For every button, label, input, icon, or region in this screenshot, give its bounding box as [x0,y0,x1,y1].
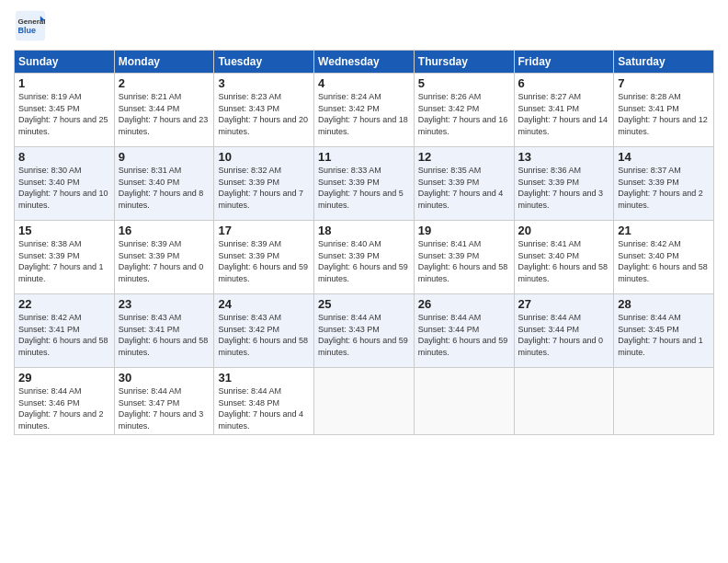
calendar-cell [514,368,614,435]
calendar-cell: 12Sunrise: 8:35 AMSunset: 3:39 PMDayligh… [414,147,514,221]
calendar-cell: 8Sunrise: 8:30 AMSunset: 3:40 PMDaylight… [15,147,115,221]
day-number: 3 [218,76,310,90]
page: General Blue SundayMondayTuesdayWednesda… [0,0,728,563]
day-number: 31 [218,371,310,385]
calendar-cell: 22Sunrise: 8:42 AMSunset: 3:41 PMDayligh… [15,294,115,368]
weekday-header: Tuesday [214,51,314,74]
day-info: Sunrise: 8:42 AMSunset: 3:41 PMDaylight:… [18,312,110,358]
calendar-cell: 19Sunrise: 8:41 AMSunset: 3:39 PMDayligh… [414,221,514,294]
calendar-cell: 15Sunrise: 8:38 AMSunset: 3:39 PMDayligh… [15,221,115,294]
calendar-cell: 9Sunrise: 8:31 AMSunset: 3:40 PMDaylight… [114,147,214,221]
day-info: Sunrise: 8:41 AMSunset: 3:40 PMDaylight:… [518,238,610,284]
day-info: Sunrise: 8:27 AMSunset: 3:41 PMDaylight:… [518,91,610,137]
day-info: Sunrise: 8:32 AMSunset: 3:39 PMDaylight:… [218,165,310,211]
day-info: Sunrise: 8:39 AMSunset: 3:39 PMDaylight:… [218,238,310,284]
weekday-header: Wednesday [314,51,415,74]
calendar-header-row: SundayMondayTuesdayWednesdayThursdayFrid… [15,51,714,74]
calendar-cell: 11Sunrise: 8:33 AMSunset: 3:39 PMDayligh… [314,147,415,221]
day-number: 23 [119,297,210,311]
day-info: Sunrise: 8:40 AMSunset: 3:39 PMDaylight:… [318,238,410,284]
calendar-cell: 23Sunrise: 8:43 AMSunset: 3:41 PMDayligh… [114,294,214,368]
calendar-week-row: 22Sunrise: 8:42 AMSunset: 3:41 PMDayligh… [15,294,714,368]
calendar-week-row: 15Sunrise: 8:38 AMSunset: 3:39 PMDayligh… [15,221,714,294]
weekday-header: Monday [114,51,214,74]
calendar-cell: 24Sunrise: 8:43 AMSunset: 3:42 PMDayligh… [214,294,314,368]
calendar-cell: 17Sunrise: 8:39 AMSunset: 3:39 PMDayligh… [214,221,314,294]
day-number: 18 [318,224,410,237]
calendar-cell: 3Sunrise: 8:23 AMSunset: 3:43 PMDaylight… [214,74,314,147]
calendar-cell [414,368,514,435]
calendar-week-row: 1Sunrise: 8:19 AMSunset: 3:45 PMDaylight… [15,74,714,147]
day-info: Sunrise: 8:24 AMSunset: 3:42 PMDaylight:… [318,91,410,137]
logo: General Blue [14,9,51,42]
day-number: 16 [119,224,210,237]
day-info: Sunrise: 8:35 AMSunset: 3:39 PMDaylight:… [418,165,510,211]
day-info: Sunrise: 8:41 AMSunset: 3:39 PMDaylight:… [418,238,510,284]
day-number: 19 [418,224,510,237]
day-info: Sunrise: 8:38 AMSunset: 3:39 PMDaylight:… [18,238,110,284]
day-info: Sunrise: 8:43 AMSunset: 3:42 PMDaylight:… [218,312,310,358]
calendar-cell: 18Sunrise: 8:40 AMSunset: 3:39 PMDayligh… [314,221,415,294]
calendar-cell: 6Sunrise: 8:27 AMSunset: 3:41 PMDaylight… [514,74,614,147]
weekday-header: Sunday [15,51,115,74]
day-number: 13 [518,150,610,164]
day-number: 5 [418,76,510,90]
weekday-header: Friday [514,51,614,74]
day-number: 21 [618,224,710,237]
day-info: Sunrise: 8:43 AMSunset: 3:41 PMDaylight:… [119,312,210,358]
day-number: 12 [418,150,510,164]
day-info: Sunrise: 8:44 AMSunset: 3:44 PMDaylight:… [518,312,610,358]
calendar-cell: 20Sunrise: 8:41 AMSunset: 3:40 PMDayligh… [514,221,614,294]
calendar-cell: 28Sunrise: 8:44 AMSunset: 3:45 PMDayligh… [614,294,714,368]
day-number: 17 [218,224,310,237]
day-number: 15 [18,224,110,237]
logo-icon: General Blue [14,9,47,42]
day-info: Sunrise: 8:19 AMSunset: 3:45 PMDaylight:… [18,91,110,137]
day-info: Sunrise: 8:44 AMSunset: 3:48 PMDaylight:… [218,385,310,431]
day-number: 26 [418,297,510,311]
calendar-cell: 31Sunrise: 8:44 AMSunset: 3:48 PMDayligh… [214,368,314,435]
weekday-header: Saturday [614,51,714,74]
header: General Blue [14,9,714,42]
day-number: 27 [518,297,610,311]
calendar-cell: 30Sunrise: 8:44 AMSunset: 3:47 PMDayligh… [114,368,214,435]
day-info: Sunrise: 8:23 AMSunset: 3:43 PMDaylight:… [218,91,310,137]
day-number: 14 [618,150,710,164]
day-number: 11 [318,150,410,164]
calendar-cell: 26Sunrise: 8:44 AMSunset: 3:44 PMDayligh… [414,294,514,368]
day-info: Sunrise: 8:30 AMSunset: 3:40 PMDaylight:… [18,165,110,211]
calendar-cell: 5Sunrise: 8:26 AMSunset: 3:42 PMDaylight… [414,74,514,147]
day-info: Sunrise: 8:44 AMSunset: 3:43 PMDaylight:… [318,312,410,358]
day-info: Sunrise: 8:39 AMSunset: 3:39 PMDaylight:… [119,238,210,284]
day-info: Sunrise: 8:28 AMSunset: 3:41 PMDaylight:… [618,91,710,137]
day-info: Sunrise: 8:44 AMSunset: 3:47 PMDaylight:… [119,385,210,431]
day-info: Sunrise: 8:42 AMSunset: 3:40 PMDaylight:… [618,238,710,284]
day-number: 9 [119,150,210,164]
calendar-cell: 10Sunrise: 8:32 AMSunset: 3:39 PMDayligh… [214,147,314,221]
calendar-cell [314,368,415,435]
day-number: 2 [119,76,210,90]
day-info: Sunrise: 8:44 AMSunset: 3:45 PMDaylight:… [618,312,710,358]
day-info: Sunrise: 8:26 AMSunset: 3:42 PMDaylight:… [418,91,510,137]
day-number: 22 [18,297,110,311]
day-number: 25 [318,297,410,311]
day-number: 28 [618,297,710,311]
weekday-header: Thursday [414,51,514,74]
day-info: Sunrise: 8:44 AMSunset: 3:44 PMDaylight:… [418,312,510,358]
calendar-cell: 29Sunrise: 8:44 AMSunset: 3:46 PMDayligh… [15,368,115,435]
calendar-cell: 21Sunrise: 8:42 AMSunset: 3:40 PMDayligh… [614,221,714,294]
calendar-cell: 7Sunrise: 8:28 AMSunset: 3:41 PMDaylight… [614,74,714,147]
svg-text:Blue: Blue [18,26,37,35]
day-number: 1 [18,76,110,90]
day-number: 7 [618,76,710,90]
day-info: Sunrise: 8:33 AMSunset: 3:39 PMDaylight:… [318,165,410,211]
calendar-week-row: 8Sunrise: 8:30 AMSunset: 3:40 PMDaylight… [15,147,714,221]
calendar-cell: 14Sunrise: 8:37 AMSunset: 3:39 PMDayligh… [614,147,714,221]
calendar-cell: 25Sunrise: 8:44 AMSunset: 3:43 PMDayligh… [314,294,415,368]
day-info: Sunrise: 8:36 AMSunset: 3:39 PMDaylight:… [518,165,610,211]
day-number: 8 [18,150,110,164]
calendar-cell: 13Sunrise: 8:36 AMSunset: 3:39 PMDayligh… [514,147,614,221]
calendar-table: SundayMondayTuesdayWednesdayThursdayFrid… [14,50,714,435]
calendar-cell: 27Sunrise: 8:44 AMSunset: 3:44 PMDayligh… [514,294,614,368]
day-number: 6 [518,76,610,90]
